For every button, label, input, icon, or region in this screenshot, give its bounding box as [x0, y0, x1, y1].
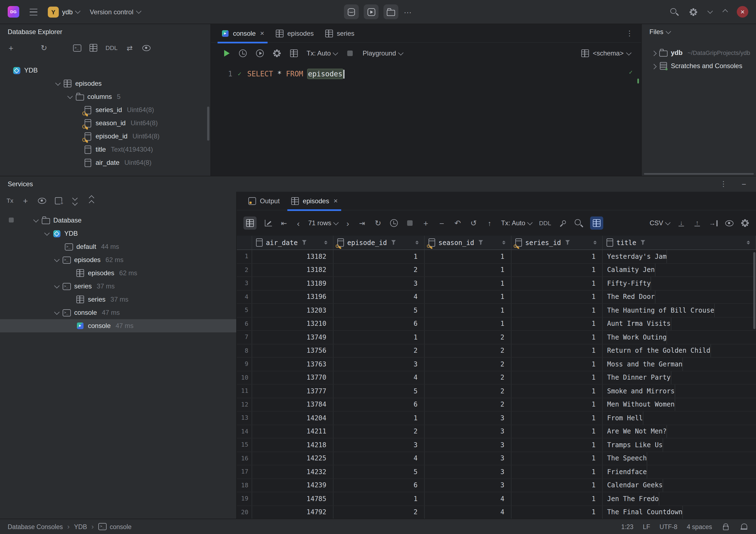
profile-dropdown[interactable]: Playground [363, 49, 402, 57]
cell-air_date[interactable]: 14204 [252, 412, 334, 424]
preview-icon[interactable] [142, 43, 150, 52]
table-row[interactable]: 213182211Calamity Jen [237, 263, 756, 277]
cell-season_id[interactable]: 4 [425, 506, 511, 519]
tree-item-season-id[interactable]: season_idUint64(8) [0, 117, 210, 130]
ddl-button[interactable]: DDL [105, 44, 118, 51]
search-icon[interactable] [670, 8, 679, 16]
table-row[interactable]: 1213784621Men Without Women [237, 398, 756, 412]
table-row[interactable]: 613210611Aunt Irma Visits [237, 317, 756, 331]
minimize-icon[interactable] [740, 180, 748, 188]
cell-air_date[interactable]: 14785 [252, 492, 334, 505]
files-header[interactable]: Files [642, 24, 756, 40]
cell-air_date[interactable]: 13749 [252, 331, 334, 344]
cell-episode_id[interactable]: 3 [334, 358, 425, 371]
cell-season_id[interactable]: 2 [425, 331, 511, 344]
cell-title[interactable]: Yesterday's Jam [603, 250, 667, 263]
cell-series_id[interactable]: 1 [511, 263, 603, 276]
editor-tab-series[interactable]: series [319, 24, 360, 42]
pin-icon[interactable] [558, 219, 567, 227]
sort-icon[interactable] [744, 238, 752, 247]
funnel-icon[interactable] [301, 238, 308, 247]
cell-air_date[interactable]: 14225 [252, 452, 334, 465]
add-row-icon[interactable] [421, 219, 430, 227]
column-header-title[interactable]: title [603, 236, 756, 250]
inspection-ok-icon[interactable] [626, 67, 635, 76]
cell-episode_id[interactable]: 5 [334, 304, 425, 317]
chevron-down-icon[interactable] [55, 80, 61, 85]
tx-mode-dropdown[interactable]: Tx: Auto [501, 219, 532, 227]
disconnect-icon[interactable] [56, 43, 65, 52]
tree-item-air-date[interactable]: air_dateUint64(8) [0, 156, 210, 168]
cell-episode_id[interactable]: 3 [334, 277, 425, 290]
kebab-icon[interactable] [628, 29, 637, 38]
cell-title[interactable]: Calendar Geeks [603, 479, 663, 492]
cell-title[interactable]: From Hell [603, 412, 643, 424]
cell-episode_id[interactable]: 1 [334, 331, 425, 344]
delete-row-icon[interactable] [437, 219, 446, 227]
cell-air_date[interactable]: 13784 [252, 398, 334, 411]
cell-title[interactable]: The Red Door [603, 290, 655, 303]
table-row[interactable]: 1614225431The Speech [237, 452, 756, 465]
tree-item-ydb[interactable]: YDB [0, 227, 236, 240]
cell-season_id[interactable]: 3 [425, 425, 511, 438]
refresh-icon[interactable] [374, 219, 382, 227]
project-switcher[interactable]: Y ydb [48, 6, 80, 17]
funnel-icon[interactable] [390, 238, 397, 247]
stop-icon[interactable] [405, 219, 414, 227]
tree-item-series-id[interactable]: series_idUint64(8) [0, 103, 210, 117]
collapse-all-icon[interactable] [87, 196, 95, 205]
gear-icon[interactable] [273, 49, 281, 58]
cell-season_id[interactable]: 3 [425, 439, 511, 451]
cell-air_date[interactable]: 13210 [252, 317, 334, 330]
cell-series_id[interactable]: 1 [511, 492, 603, 505]
tree-item-columns[interactable]: columns5 [0, 90, 210, 103]
vcs-widget[interactable]: Version control [90, 8, 141, 16]
search-icon[interactable] [574, 219, 583, 227]
sort-icon[interactable] [413, 238, 421, 247]
compare-icon[interactable] [125, 43, 134, 52]
tree-item-console[interactable]: console47 ms [0, 306, 236, 319]
refresh-icon[interactable] [40, 43, 48, 52]
inspection-stripe-mark[interactable] [637, 79, 639, 84]
revert-icon[interactable] [469, 219, 478, 227]
cell-episode_id[interactable]: 1 [334, 412, 425, 424]
cell-season_id[interactable]: 1 [425, 290, 511, 303]
breadcrumb-item[interactable]: console [98, 522, 131, 531]
bell-icon[interactable] [740, 522, 748, 531]
cell-title[interactable]: The Work Outing [603, 331, 667, 344]
tree-item-ydb[interactable]: ydb~/DataGripProjects/ydb [642, 46, 756, 59]
caret-position[interactable]: 1:23 [621, 523, 634, 530]
cell-air_date[interactable]: 13777 [252, 385, 334, 397]
cell-series_id[interactable]: 1 [511, 479, 603, 492]
cell-episode_id[interactable]: 2 [334, 263, 425, 276]
export-format-dropdown[interactable]: CSV [650, 219, 670, 227]
column-header-season_id[interactable]: season_id [425, 236, 511, 250]
sort-icon[interactable] [322, 238, 330, 247]
cell-episode_id[interactable]: 2 [334, 425, 425, 438]
open-console-icon[interactable] [54, 196, 63, 205]
cell-episode_id[interactable]: 2 [334, 344, 425, 357]
table-row[interactable]: 1314204131From Hell [237, 412, 756, 425]
add-icon[interactable] [21, 196, 30, 205]
table-row[interactable]: 2014792241The Final Countdown [237, 506, 756, 519]
code-line[interactable]: SELECT * FROM episodes [247, 68, 344, 80]
funnel-icon[interactable] [564, 238, 571, 247]
main-menu-icon[interactable] [29, 8, 38, 16]
chevron-up-icon[interactable] [722, 9, 728, 14]
cell-title[interactable]: Moss and the German [603, 358, 683, 371]
chart-view-icon[interactable] [264, 219, 273, 227]
console-icon[interactable] [72, 43, 81, 52]
expand-all-icon[interactable] [70, 196, 79, 205]
table-row[interactable]: 713749121The Work Outing [237, 331, 756, 344]
column-header-episode_id[interactable]: episode_id [334, 236, 425, 250]
page-size-dropdown[interactable]: 71 rows [308, 219, 338, 227]
cell-series_id[interactable]: 1 [511, 506, 603, 519]
last-page-icon[interactable] [358, 219, 366, 227]
cell-series_id[interactable]: 1 [511, 371, 603, 384]
preview-icon[interactable] [37, 196, 46, 205]
table-row[interactable]: 413196411The Red Door [237, 290, 756, 304]
cell-title[interactable]: Friendface [603, 465, 647, 478]
tree-item-episode-id[interactable]: episode_idUint64(8) [0, 130, 210, 143]
close-icon[interactable]: × [260, 29, 264, 37]
cell-episode_id[interactable]: 1 [334, 492, 425, 505]
